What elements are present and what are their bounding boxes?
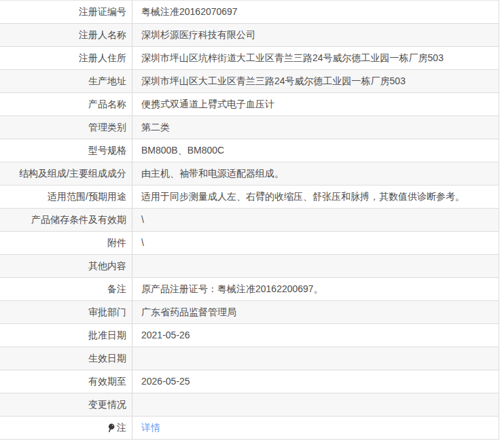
- table-row: 变更情况: [0, 393, 499, 417]
- row-value-text: 深圳杉源医疗科技有限公司: [141, 29, 255, 40]
- row-label: 生效日期: [0, 347, 132, 370]
- row-label: 适用范围/预期用途: [0, 186, 132, 208]
- row-label-text: 适用范围/预期用途: [48, 191, 126, 202]
- table-row: 适用范围/预期用途适用于同步测量成人左、右臂的收缩压、舒张压和脉搏，其数值供诊断…: [0, 186, 499, 209]
- row-value: \: [132, 209, 499, 231]
- row-label: 其他内容: [0, 255, 132, 277]
- row-label-text: 审批部门: [88, 306, 126, 317]
- note-icon: [107, 423, 115, 432]
- row-label-text: 产品储存条件及有效期: [31, 214, 126, 225]
- row-label-text: 注册人名称: [79, 29, 126, 40]
- row-value: 适用于同步测量成人左、右臂的收缩压、舒张压和脉搏，其数值供诊断参考。: [132, 186, 499, 208]
- row-label: 管理类别: [0, 116, 132, 139]
- row-value-text: 原产品注册证号：粤械注准20162200697。: [141, 283, 323, 294]
- row-value-text: 由主机、袖带和电源适配器组成。: [141, 168, 284, 179]
- table-row: 有效期至2026-05-25: [0, 370, 499, 393]
- row-value: 深圳市坪山区大工业区青兰三路24号威尔德工业园一栋厂房503: [132, 70, 499, 92]
- row-label: 备注: [0, 278, 132, 300]
- row-label-text: 批准日期: [88, 330, 126, 340]
- table-row: 生产地址深圳市坪山区大工业区青兰三路24号威尔德工业园一栋厂房503: [0, 70, 499, 93]
- row-value-text: 广东省药品监督管理局: [141, 306, 236, 317]
- row-value-text: 便携式双通道上臂式电子血压计: [141, 99, 274, 109]
- table-row: 附件\: [0, 232, 499, 255]
- row-label: 注册人住所: [0, 47, 132, 69]
- row-value: 深圳市坪山区坑梓街道大工业区青兰三路24号威尔德工业园一栋厂房503: [132, 47, 499, 69]
- table-row: 其他内容: [0, 255, 499, 278]
- row-value-text: 适用于同步测量成人左、右臂的收缩压、舒张压和脉搏，其数值供诊断参考。: [141, 191, 465, 202]
- table-row: 管理类别第二类: [0, 116, 499, 139]
- row-label-text: 其他内容: [88, 260, 126, 271]
- registration-table: 注册证编号粤械注准20162070697注册人名称深圳杉源医疗科技有限公司注册人…: [0, 0, 499, 440]
- row-value: 原产品注册证号：粤械注准20162200697。: [132, 278, 499, 300]
- row-label: 结构及组成/主要组成成分: [0, 162, 132, 185]
- row-value: BM800B、BM800C: [132, 139, 499, 162]
- table-row: 结构及组成/主要组成成分由主机、袖带和电源适配器组成。: [0, 162, 499, 186]
- row-label-text: 附件: [107, 237, 126, 248]
- row-label: 批准日期: [0, 324, 132, 347]
- table-row: 备注原产品注册证号：粤械注准20162200697。: [0, 278, 499, 301]
- row-label: 注册证编号: [0, 1, 132, 23]
- row-value-text: \: [141, 237, 144, 248]
- row-label: 产品储存条件及有效期: [0, 209, 132, 231]
- row-label: 注册人名称: [0, 24, 132, 46]
- row-label-text: 备注: [107, 283, 126, 294]
- row-label-text: 注: [117, 422, 126, 433]
- row-value-text: 第二类: [141, 122, 170, 133]
- row-value-text: 深圳市坪山区大工业区青兰三路24号威尔德工业园一栋厂房503: [141, 75, 406, 86]
- row-value: \: [132, 232, 499, 254]
- row-label-text: 生效日期: [88, 353, 126, 364]
- table-row: 注册证编号粤械注准20162070697: [0, 1, 499, 24]
- table-row: 注册人住所深圳市坪山区坑梓街道大工业区青兰三路24号威尔德工业园一栋厂房503: [0, 47, 499, 70]
- row-label-text: 注册人住所: [79, 52, 126, 63]
- row-value: 2021-05-26: [132, 324, 499, 347]
- table-row: 注详情: [0, 417, 499, 440]
- row-value: 广东省药品监督管理局: [132, 301, 499, 323]
- row-label: 产品名称: [0, 93, 132, 116]
- row-value: 第二类: [132, 116, 499, 139]
- row-value-text: 2026-05-25: [141, 376, 190, 387]
- table-row: 批准日期2021-05-26: [0, 324, 499, 347]
- row-label: 注: [0, 417, 132, 439]
- row-value-text: \: [141, 214, 144, 225]
- row-value: 2026-05-25: [132, 370, 499, 393]
- row-label: 生产地址: [0, 70, 132, 92]
- row-label: 审批部门: [0, 301, 132, 323]
- row-label-text: 注册证编号: [79, 6, 126, 17]
- row-value: 粤械注准20162070697: [132, 1, 499, 23]
- row-label-text: 管理类别: [88, 122, 126, 133]
- row-value: [132, 393, 499, 416]
- row-value: 详情: [132, 417, 499, 439]
- row-label: 型号规格: [0, 139, 132, 162]
- row-label-text: 结构及组成/主要组成成分: [19, 168, 126, 179]
- row-label-text: 有效期至: [88, 376, 126, 387]
- table-row: 生效日期: [0, 347, 499, 370]
- row-label: 变更情况: [0, 393, 132, 416]
- table-row: 产品名称便携式双通道上臂式电子血压计: [0, 93, 499, 116]
- row-value: 便携式双通道上臂式电子血压计: [132, 93, 499, 116]
- row-label: 有效期至: [0, 370, 132, 393]
- table-row: 型号规格BM800B、BM800C: [0, 139, 499, 162]
- row-value: 由主机、袖带和电源适配器组成。: [132, 162, 499, 185]
- row-label-text: 生产地址: [88, 75, 126, 86]
- row-label: 附件: [0, 232, 132, 254]
- registration-detail-page: 注册证编号粤械注准20162070697注册人名称深圳杉源医疗科技有限公司注册人…: [0, 0, 504, 441]
- table-row: 产品储存条件及有效期\: [0, 209, 499, 232]
- row-value-text: 深圳市坪山区坑梓街道大工业区青兰三路24号威尔德工业园一栋厂房503: [141, 52, 444, 63]
- row-label-text: 型号规格: [88, 145, 126, 156]
- row-label-text: 变更情况: [88, 399, 126, 410]
- table-row: 审批部门广东省药品监督管理局: [0, 301, 499, 324]
- row-value: [132, 255, 499, 277]
- row-value-text: 粤械注准20162070697: [141, 6, 238, 17]
- table-row: 注册人名称深圳杉源医疗科技有限公司: [0, 24, 499, 47]
- detail-link[interactable]: 详情: [141, 422, 160, 433]
- row-label-text: 产品名称: [88, 99, 126, 109]
- row-value: 深圳杉源医疗科技有限公司: [132, 24, 499, 46]
- row-value-text: BM800B、BM800C: [141, 145, 224, 156]
- row-value-text: 2021-05-26: [141, 330, 190, 340]
- row-value: [132, 347, 499, 370]
